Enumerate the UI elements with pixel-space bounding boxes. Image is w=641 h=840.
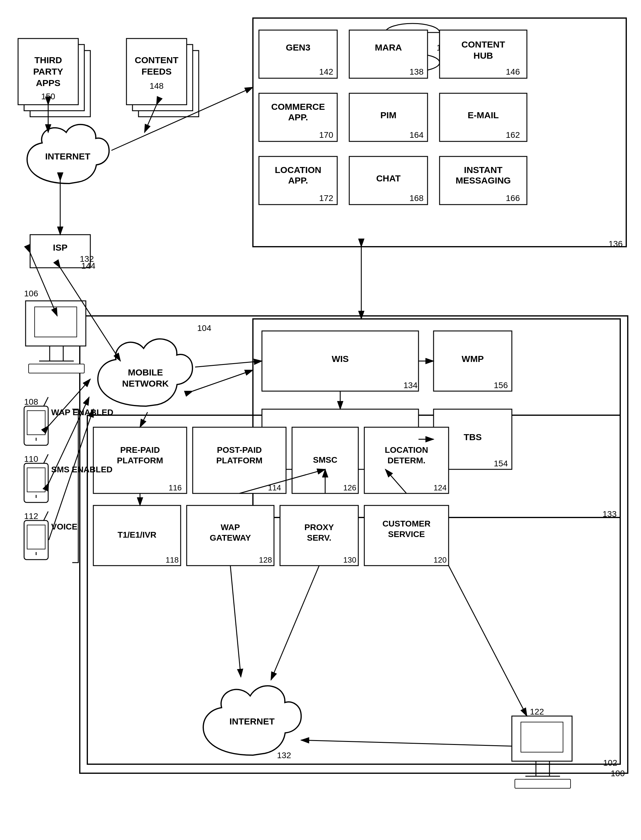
svg-text:TBS: TBS [464, 432, 482, 442]
svg-text:146: 146 [506, 67, 520, 76]
svg-text:WIS: WIS [332, 354, 349, 364]
svg-rect-127 [27, 525, 45, 549]
svg-text:SMS ENABLED: SMS ENABLED [51, 465, 113, 474]
svg-text:162: 162 [506, 130, 520, 140]
svg-text:INTERNET: INTERNET [45, 151, 90, 161]
svg-text:LOCATION: LOCATION [275, 165, 321, 175]
svg-text:100: 100 [610, 769, 625, 778]
svg-text:MOBILE: MOBILE [128, 367, 163, 377]
svg-line-152 [195, 361, 262, 367]
svg-rect-112 [29, 364, 84, 373]
svg-text:INSTANT: INSTANT [464, 165, 502, 175]
svg-text:SERVICE: SERVICE [388, 530, 425, 539]
svg-text:134: 134 [403, 381, 417, 390]
svg-text:104: 104 [197, 323, 211, 333]
svg-line-148 [140, 412, 148, 427]
svg-text:132: 132 [80, 254, 94, 263]
svg-text:SMSC: SMSC [313, 455, 338, 464]
svg-text:116: 116 [169, 483, 182, 492]
svg-text:154: 154 [494, 459, 508, 468]
svg-text:WMP: WMP [462, 354, 483, 364]
svg-text:136: 136 [609, 239, 623, 249]
svg-text:130: 130 [343, 556, 356, 564]
svg-text:PIM: PIM [380, 110, 396, 120]
svg-text:128: 128 [259, 556, 272, 564]
svg-text:MARA: MARA [375, 42, 402, 52]
svg-text:168: 168 [409, 193, 424, 203]
svg-text:PRE-PAID: PRE-PAID [120, 445, 160, 455]
svg-rect-133 [521, 722, 563, 752]
svg-text:PLATFORM: PLATFORM [117, 456, 163, 465]
svg-line-161 [271, 565, 319, 680]
svg-text:T1/E1/IVR: T1/E1/IVR [118, 530, 156, 540]
svg-line-163 [301, 740, 512, 746]
svg-text:POST-PAID: POST-PAID [217, 445, 262, 455]
svg-rect-137 [515, 779, 570, 788]
svg-text:MESSAGING: MESSAGING [456, 175, 511, 185]
svg-text:APPS: APPS [36, 78, 61, 88]
svg-line-129 [43, 511, 48, 520]
svg-text:PARTY: PARTY [33, 66, 63, 76]
svg-text:DETERM.: DETERM. [388, 456, 425, 465]
svg-line-149 [49, 379, 90, 426]
svg-text:COMMERCE: COMMERCE [271, 102, 325, 112]
svg-text:APP.: APP. [288, 112, 308, 122]
svg-text:THIRD: THIRD [34, 55, 62, 65]
svg-text:124: 124 [433, 483, 446, 492]
svg-text:APP.: APP. [288, 175, 308, 185]
svg-text:GATEWAY: GATEWAY [210, 533, 251, 543]
svg-text:GEN3: GEN3 [286, 42, 311, 52]
svg-line-147 [193, 370, 253, 391]
svg-text:126: 126 [343, 483, 356, 492]
svg-text:E-MAIL: E-MAIL [467, 110, 499, 120]
svg-text:CHAT: CHAT [376, 173, 401, 183]
svg-text:172: 172 [319, 193, 333, 203]
svg-text:INTERNET: INTERNET [229, 716, 275, 726]
svg-text:106: 106 [24, 289, 38, 298]
svg-line-151 [49, 409, 93, 540]
svg-text:132: 132 [277, 751, 291, 760]
svg-text:112: 112 [24, 511, 38, 521]
svg-line-162 [449, 565, 527, 716]
svg-text:CONTENT: CONTENT [135, 55, 179, 65]
svg-text:150: 150 [41, 92, 55, 101]
svg-text:110: 110 [24, 454, 38, 464]
svg-text:164: 164 [409, 130, 424, 140]
svg-text:NETWORK: NETWORK [122, 379, 169, 389]
svg-text:LOCATION: LOCATION [385, 445, 428, 455]
svg-text:138: 138 [409, 67, 424, 76]
svg-text:PLATFORM: PLATFORM [216, 456, 262, 465]
svg-text:166: 166 [506, 193, 520, 203]
svg-text:133: 133 [602, 509, 617, 519]
svg-text:108: 108 [24, 397, 38, 406]
svg-text:156: 156 [494, 381, 508, 390]
svg-text:142: 142 [319, 67, 333, 76]
svg-rect-121 [27, 468, 45, 492]
svg-text:SERV.: SERV. [307, 533, 332, 543]
svg-rect-115 [27, 411, 45, 435]
svg-text:148: 148 [150, 81, 164, 91]
svg-text:CUSTOMER: CUSTOMER [382, 519, 430, 528]
svg-text:WAP: WAP [221, 523, 240, 532]
svg-text:118: 118 [166, 556, 179, 564]
svg-line-117 [43, 397, 48, 406]
svg-text:ISP: ISP [53, 243, 68, 252]
svg-text:120: 120 [433, 556, 446, 564]
svg-text:122: 122 [530, 707, 544, 716]
svg-text:CONTENT: CONTENT [462, 39, 505, 49]
svg-text:102: 102 [603, 758, 617, 768]
svg-text:VOICE: VOICE [51, 522, 77, 531]
svg-text:FEEDS: FEEDS [142, 66, 172, 76]
svg-text:PROXY: PROXY [304, 523, 334, 532]
svg-text:HUB: HUB [474, 51, 493, 61]
svg-line-123 [43, 454, 48, 463]
svg-text:170: 170 [319, 130, 333, 140]
svg-line-160 [230, 565, 241, 677]
